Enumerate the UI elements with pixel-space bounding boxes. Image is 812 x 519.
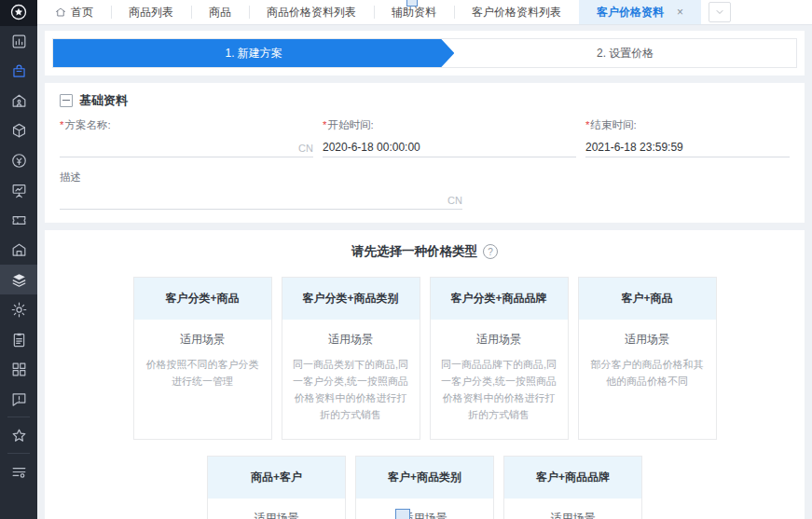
sidebar-item-finance[interactable] (0, 145, 37, 175)
locale-suffix: CN (298, 143, 313, 157)
section-header: 基础资料 (60, 92, 790, 109)
card-title: 客户分类+商品品牌 (431, 278, 568, 320)
tab-label: 客户价格资料列表 (472, 5, 561, 20)
help-icon[interactable]: ? (483, 244, 498, 259)
home-icon (55, 7, 66, 18)
card-title: 客户分类+商品类别 (282, 278, 420, 320)
tab-item-6[interactable]: 客户价格资料× (579, 0, 701, 24)
scenario-label: 适用场景 (144, 332, 262, 348)
price-type-card[interactable]: 客户分类+商品类别适用场景同一商品类别下的商品,同一客户分类,统一按照商品价格资… (282, 277, 420, 440)
card-description: 部分客户的商品价格和其他的商品价格不同 (588, 356, 707, 389)
price-type-card[interactable]: 客户+商品品牌适用场景同一商品品牌下的商品，一个或多个客户，统一按照客户价格资料… (503, 456, 642, 519)
tab-label: 商品 (209, 5, 231, 20)
tab-label: 客户价格资料 (597, 5, 664, 20)
description-label: 描述 (60, 171, 790, 184)
briefcase-icon (10, 62, 28, 80)
sidebar-item-store[interactable] (0, 86, 37, 116)
tab-item-5[interactable]: 客户价格资料列表 (454, 0, 579, 24)
sidebar-item-favorites[interactable] (0, 420, 37, 450)
step-set-price[interactable]: 2. 设置价格 (454, 39, 796, 67)
scenario-label: 适用场景 (514, 511, 632, 519)
sidebar-item-product[interactable] (0, 116, 37, 145)
price-type-card[interactable]: 客户分类+商品适用场景价格按照不同的客户分类进行统一管理 (133, 277, 272, 440)
card-body: 适用场景同一商品品牌下的商品，一个或多个客户，统一按照客户价格资料中的价格进行打… (504, 499, 641, 519)
scenario-label: 适用场景 (365, 511, 484, 519)
card-description: 价格按照不同的客户分类进行统一管理 (144, 356, 262, 389)
basic-info-section: 基础资料 *方案名称: CN *开始时间: 2020-6-18 00:00:00 (45, 83, 805, 223)
card-title: 客户+商品类别 (356, 457, 493, 499)
scenario-label: 适用场景 (588, 332, 707, 348)
card-body: 适用场景部分客户的商品价格和其他的商品价格不同 (579, 320, 716, 404)
description-input[interactable]: CN (60, 189, 462, 210)
chevron-down-icon (715, 7, 724, 17)
card-body: 适用场景价格按照不同的客户分类进行统一管理 (134, 320, 271, 404)
price-type-card[interactable]: 客户+商品类别适用场景同一商品类别下的商品，一个或多个客户，统一按照客户价格资料… (355, 456, 494, 519)
required-asterisk: * (323, 119, 326, 130)
tab-item-3[interactable]: 商品价格资料列表 (249, 0, 374, 24)
home-user-icon (10, 92, 28, 110)
sidebar-item-apps[interactable] (0, 354, 37, 384)
tab-label: 商品价格资料列表 (267, 5, 356, 20)
sidebar-item-orders[interactable] (0, 324, 37, 354)
app-window: 首页商品列表商品商品价格资料列表辅助资料客户价格资料列表客户价格资料× 1. 新… (0, 0, 812, 519)
price-type-row-1: 客户分类+商品适用场景价格按照不同的客户分类进行统一管理客户分类+商品类别适用场… (45, 277, 805, 440)
sidebar-item-settings[interactable] (0, 294, 37, 324)
gear-icon (10, 301, 28, 319)
plan-name-input[interactable]: CN (60, 137, 313, 157)
tab-home[interactable]: 首页 (37, 0, 111, 24)
form-row-1: *方案名称: CN *开始时间: 2020-6-18 00:00:00 * (60, 118, 790, 157)
card-body: 适用场景同一商品品牌下的商品,同一客户分类,统一按照商品价格资料中的价格进行打折… (431, 320, 568, 439)
annotation-handle-bottom (395, 509, 410, 519)
card-description: 同一商品类别下的商品,同一客户分类,统一按照商品价格资料中的价格进行打折的方式销… (292, 356, 410, 424)
sidebar-item-inventory[interactable] (0, 265, 37, 294)
section-title: 基础资料 (79, 92, 128, 109)
card-title: 客户+商品 (579, 278, 716, 320)
start-time-label: *开始时间: (323, 118, 576, 132)
step-create-plan[interactable]: 1. 新建方案 (53, 39, 454, 67)
price-type-card[interactable]: 客户+商品适用场景部分客户的商品价格和其他的商品价格不同 (578, 277, 717, 440)
sidebar-divider (7, 417, 30, 417)
end-time-input[interactable]: 2021-6-18 23:59:59 (585, 137, 790, 157)
card-body: 适用场景同一商品类别下的商品,同一客户分类,统一按照商品价格资料中的价格进行打折… (282, 320, 420, 439)
sidebar-item-ticket[interactable] (0, 205, 37, 235)
tab-list-dropdown[interactable] (709, 2, 731, 22)
sidebar-item-warehouse[interactable] (0, 235, 37, 265)
clipboard-icon (10, 331, 28, 348)
price-type-section: 请先选择一种价格类型 ? 客户分类+商品适用场景价格按照不同的客户分类进行统一管… (45, 230, 805, 519)
sidebar-nav (0, 26, 37, 486)
sidebar-item-trade[interactable] (0, 56, 37, 86)
price-type-card[interactable]: 商品+客户适用场景不同的客户,商品价格各不相同 (207, 456, 346, 519)
sidebar-item-report[interactable] (0, 175, 37, 205)
card-description: 同一商品品牌下的商品,同一客户分类,统一按照商品价格资料中的价格进行打折的方式销… (440, 356, 558, 424)
collapse-icon[interactable] (60, 94, 73, 107)
ticket-icon (10, 212, 28, 229)
wizard-steps-panel: 1. 新建方案 2. 设置价格 (45, 31, 805, 75)
sidebar-item-dashboard[interactable] (0, 26, 37, 56)
app-logo[interactable] (0, 0, 37, 26)
plan-name-label: *方案名称: (60, 118, 313, 132)
warehouse-icon (10, 241, 28, 259)
sidebar-divider (7, 453, 30, 454)
card-title: 客户分类+商品 (134, 278, 271, 320)
box-icon (10, 122, 28, 140)
presentation-chart-icon (10, 182, 28, 199)
price-type-card[interactable]: 客户分类+商品品牌适用场景同一商品品牌下的商品,同一客户分类,统一按照商品价格资… (430, 277, 569, 440)
annotation-handle-top (406, 0, 418, 7)
tab-item-1[interactable]: 商品列表 (111, 0, 191, 24)
sidebar-item-feedback[interactable] (0, 384, 37, 414)
tab-label: 首页 (71, 5, 93, 20)
required-asterisk: * (60, 119, 63, 130)
scenario-label: 适用场景 (292, 332, 410, 348)
logo-star-icon (9, 3, 28, 24)
coin-icon (10, 152, 28, 170)
close-icon[interactable]: × (677, 6, 683, 19)
field-end-time: *结束时间: 2021-6-18 23:59:59 (585, 118, 790, 157)
content-area: 1. 新建方案 2. 设置价格 基础资料 *方案名称: CN (37, 25, 812, 519)
start-time-input[interactable]: 2020-6-18 00:00:00 (323, 137, 576, 157)
chart-dashboard-icon (10, 33, 28, 50)
tab-bar: 首页商品列表商品商品价格资料列表辅助资料客户价格资料列表客户价格资料× (37, 0, 812, 25)
tab-item-2[interactable]: 商品 (191, 0, 249, 24)
tab-label: 辅助资料 (392, 5, 436, 20)
end-time-label: *结束时间: (585, 118, 790, 132)
sidebar-item-menu[interactable] (0, 457, 37, 486)
